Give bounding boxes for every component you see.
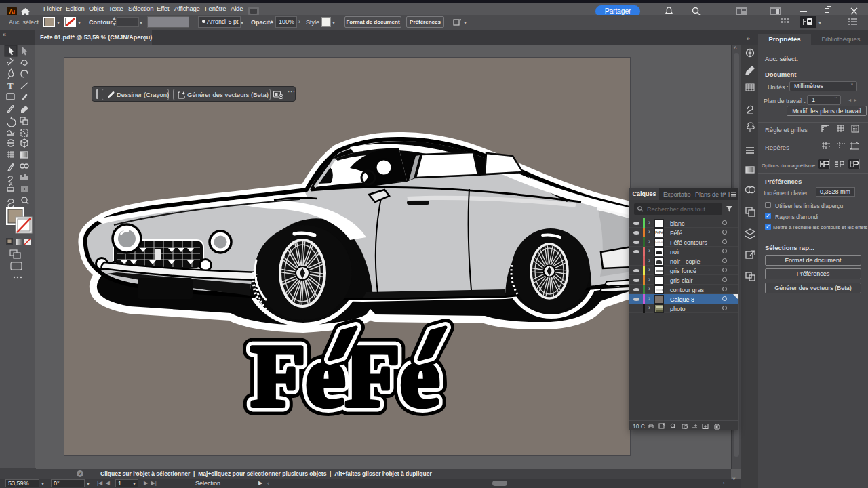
svg-text:T: T	[7, 81, 14, 91]
